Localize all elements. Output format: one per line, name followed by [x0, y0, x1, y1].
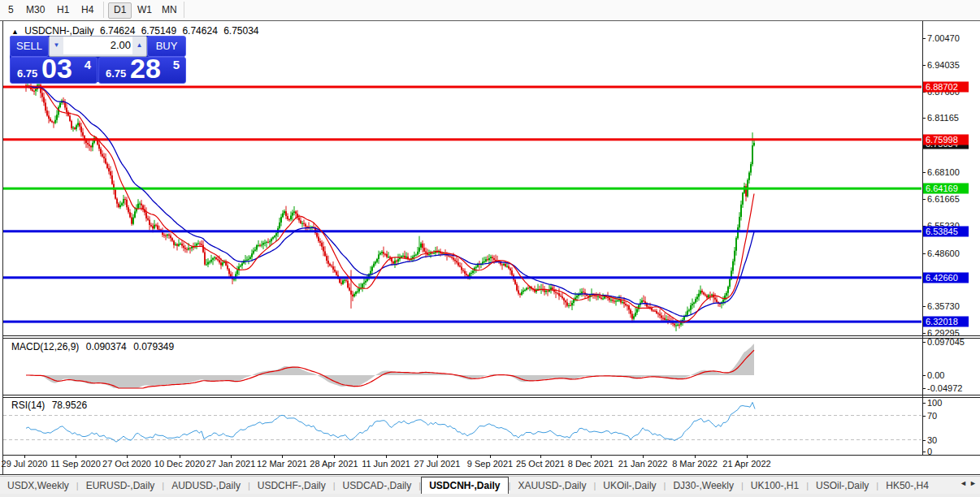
level-price-badge: 6.53845	[923, 226, 969, 236]
rsi-tick-label: 30	[927, 435, 937, 445]
chart-tab-ukoil-daily[interactable]: UKOil-,Daily	[596, 478, 663, 495]
level-price-badge: 6.88702	[923, 82, 969, 93]
rsi-tick-mark	[922, 452, 926, 452]
date-tick-label: 27 Jul 2021	[414, 459, 461, 469]
chart-tab-bar: USDX,Weekly|EURUSD-,Daily|AUDUSD-,Daily|…	[0, 476, 980, 495]
buy-price-prefix: 6.75	[106, 67, 126, 80]
one-click-trading-panel: SELL ▼ 2.00 ▲ BUY 6.75 03 4 6.75 28 5	[10, 36, 184, 82]
chart-tab-usoil-daily[interactable]: USOil-,Daily	[809, 478, 876, 495]
price-tick-label: 6.94035	[927, 60, 960, 70]
chart-tab-usdcnh-daily[interactable]: USDCNH-,Daily	[421, 477, 508, 495]
ohlc-open: 6.74624	[100, 25, 135, 37]
rsi-value: 78.9526	[52, 400, 87, 411]
date-tick-label: 11 Sep 2020	[50, 459, 101, 469]
rsi-name: RSI(14)	[11, 400, 45, 411]
price-tick-mark	[922, 306, 926, 307]
price-tick-label: 7.00470	[927, 33, 960, 43]
price-tick-mark	[922, 118, 926, 119]
rsi-tick-mark	[922, 416, 926, 417]
price-tick-label: 6.81165	[927, 113, 959, 123]
macd-tick-mark	[922, 388, 926, 389]
sell-price-display[interactable]: 6.75 03 4	[10, 57, 98, 84]
tab-scroll-right-icon[interactable]: ►	[969, 479, 977, 487]
date-tick-mark	[643, 455, 644, 458]
date-tick-label: 9 Sep 2021	[467, 459, 513, 469]
price-tick-mark	[922, 333, 926, 334]
date-tick-mark	[334, 455, 335, 458]
date-tick-label: 21 Apr 2022	[722, 459, 770, 469]
macd-tick-mark	[922, 375, 926, 376]
date-tick-mark	[180, 455, 180, 458]
level-price-badge: 6.42660	[923, 272, 969, 283]
macd-value-signal: 0.079349	[133, 341, 174, 352]
date-tick-mark	[24, 455, 25, 458]
ohlc-high: 6.75149	[141, 25, 176, 37]
level-price-badge: 6.32018	[923, 317, 969, 327]
chart-tab-dj30-weekly[interactable]: DJ30-,Weekly	[666, 478, 740, 495]
buy-price-digits: 28	[130, 53, 161, 84]
level-price-badge: 6.75998	[923, 134, 969, 145]
rsi-tick-mark	[922, 403, 926, 404]
price-tick-label: 6.68100	[927, 167, 960, 177]
chart-tab-usdx-weekly[interactable]: USDX,Weekly	[0, 478, 76, 495]
rsi-tick-label: 100	[927, 398, 942, 408]
date-tick-mark	[386, 455, 387, 458]
collapse-subwindow-icon[interactable]: ▲	[11, 28, 19, 36]
macd-value-main: 0.090374	[86, 341, 127, 352]
date-tick-label: 27 Oct 2020	[102, 459, 151, 469]
price-tick-label: 6.35730	[927, 301, 960, 311]
date-tick-mark	[231, 455, 232, 458]
date-tick-mark	[76, 455, 76, 458]
volume-increase-button[interactable]: ▲	[132, 37, 146, 54]
date-tick-mark	[490, 455, 491, 458]
macd-name: MACD(12,26,9)	[11, 341, 79, 352]
date-tick-label: 10 Dec 2020	[154, 459, 205, 469]
macd-tick-label: 0.00	[927, 370, 944, 380]
sell-price-pip: 4	[85, 58, 91, 71]
price-tick-mark	[922, 199, 926, 200]
date-tick-label: 21 Jan 2022	[618, 459, 668, 469]
chart-symbol-label: USDCNH-,Daily	[24, 25, 93, 37]
macd-tick-label: 0.097045	[927, 337, 965, 347]
macd-tick-mark	[922, 342, 926, 343]
volume-input[interactable]: 2.00	[63, 37, 133, 54]
price-tick-label: 6.61665	[927, 194, 960, 204]
status-strip	[0, 494, 980, 497]
level-price-badge: 6.64169	[923, 184, 969, 194]
date-tick-label: 12 Mar 2021	[257, 459, 307, 469]
date-tick-label: 11 Jun 2021	[362, 459, 410, 469]
rsi-tick-mark	[922, 440, 926, 441]
rsi-label: RSI(14) 78.9526	[11, 400, 91, 411]
chart-tab-xauusd-daily[interactable]: XAUUSD-,Daily	[510, 478, 593, 495]
date-tick-mark	[747, 455, 748, 458]
tab-scroll-left-icon[interactable]: ◄	[960, 479, 967, 487]
buy-price-pip: 5	[173, 58, 180, 71]
date-tick-mark	[695, 455, 696, 458]
chart-tab-hk50-h4[interactable]: HK50-,H4	[878, 478, 936, 495]
chart-tab-eurusd-daily[interactable]: EURUSD-,Daily	[79, 478, 163, 495]
date-tick-mark	[282, 455, 283, 458]
sell-price-prefix: 6.75	[17, 67, 37, 80]
price-tick-mark	[922, 65, 926, 66]
buy-price-display[interactable]: 6.75 28 5	[98, 57, 186, 84]
date-tick-mark	[127, 455, 128, 458]
chart-title: ▲ USDCNH-,Daily 6.74624 6.75149 6.74624 …	[11, 25, 262, 37]
chart-tab-audusd-daily[interactable]: AUDUSD-,Daily	[164, 478, 248, 495]
price-tick-mark	[922, 253, 926, 254]
rsi-tick-label: 0	[927, 447, 932, 456]
date-tick-label: 25 Oct 2021	[516, 459, 565, 469]
macd-tick-label: -0.04972	[927, 383, 962, 393]
date-tick-label: 8 Mar 2022	[672, 459, 718, 469]
date-tick-label: 28 Apr 2021	[310, 459, 358, 469]
volume-decrease-button[interactable]: ▼	[50, 37, 63, 54]
date-tick-label: 29 Jul 2020	[2, 459, 48, 469]
price-tick-mark	[922, 172, 926, 173]
chart-tab-uk100-h1[interactable]: UK100-,H1	[744, 478, 806, 495]
price-tick-label: 6.48600	[927, 248, 960, 258]
ohlc-low: 6.74624	[182, 25, 217, 37]
chart-tab-usdchf-daily[interactable]: USDCHF-,Daily	[250, 478, 333, 495]
chart-tab-usdcad-daily[interactable]: USDCAD-,Daily	[336, 478, 419, 495]
date-tick-mark	[437, 455, 438, 458]
date-tick-mark	[540, 455, 541, 458]
macd-label: MACD(12,26,9) 0.090374 0.079349	[11, 341, 178, 352]
